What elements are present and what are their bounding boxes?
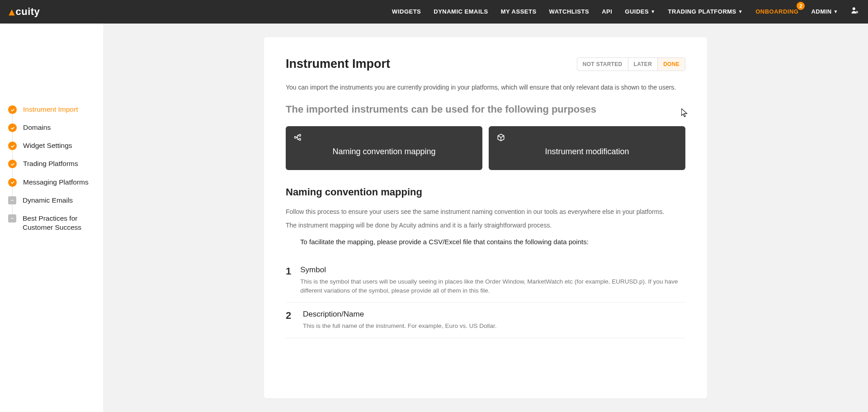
svg-rect-6 xyxy=(299,138,301,140)
datapoint-row-symbol: 1 Symbol This is the symbol that users w… xyxy=(286,258,685,303)
section-paragraph-1: Follow this process to ensure your users… xyxy=(286,208,685,215)
status-done[interactable]: DONE xyxy=(658,58,685,71)
sidebar-item-label: Best Practices for Customer Success xyxy=(23,214,96,232)
sidebar-item-best-practices[interactable]: Best Practices for Customer Success xyxy=(8,209,96,237)
content-card: Instrument Import NOT STARTED LATER DONE… xyxy=(264,37,707,398)
nav-guides[interactable]: GUIDES▼ xyxy=(625,8,655,15)
nav-widgets[interactable]: WIDGETS xyxy=(392,8,421,15)
status-later[interactable]: LATER xyxy=(628,58,658,71)
nav-my-assets[interactable]: MY ASSETS xyxy=(501,8,537,15)
nav-dynamic-emails[interactable]: DYNAMIC EMAILS xyxy=(434,8,488,15)
sidebar-item-messaging-platforms[interactable]: Messaging Platforms xyxy=(8,173,96,191)
intro-paragraph: You can import the instruments you are c… xyxy=(286,84,685,91)
check-icon xyxy=(8,160,17,168)
user-settings-icon[interactable] xyxy=(851,6,859,17)
section-paragraph-2: The instrument mapping will be done by A… xyxy=(286,222,685,229)
sidebar-item-label: Instrument Import xyxy=(23,105,78,114)
svg-rect-5 xyxy=(299,134,301,136)
sitemap-icon xyxy=(294,133,302,143)
top-nav-bar: ▴cuity WIDGETS DYNAMIC EMAILS MY ASSETS … xyxy=(0,0,868,24)
sidebar-item-label: Trading Platforms xyxy=(23,159,78,168)
sidebar-item-domains[interactable]: Domains xyxy=(8,118,96,137)
page-title: Instrument Import xyxy=(286,57,390,71)
csv-instruction: To facilitate the mapping, please provid… xyxy=(300,238,685,246)
brand-logo[interactable]: ▴cuity xyxy=(9,5,40,18)
tile-instrument-modification[interactable]: Instrument modification xyxy=(489,126,685,170)
sidebar-item-label: Messaging Platforms xyxy=(23,178,89,187)
chevron-down-icon: ▼ xyxy=(834,9,838,14)
datapoint-number: 2 xyxy=(286,310,294,331)
tile-naming-convention[interactable]: Naming convention mapping xyxy=(286,126,482,170)
svg-point-0 xyxy=(853,7,855,10)
sidebar-item-widget-settings[interactable]: Widget Settings xyxy=(8,137,96,155)
onboarding-badge: 2 xyxy=(797,2,805,10)
check-icon xyxy=(8,123,17,132)
brand-name: cuity xyxy=(16,6,40,18)
main-nav: WIDGETS DYNAMIC EMAILS MY ASSETS WATCHLI… xyxy=(392,6,859,17)
main-content: Instrument Import NOT STARTED LATER DONE… xyxy=(103,24,868,412)
chevron-down-icon: ▼ xyxy=(738,9,743,14)
sidebar-item-label: Widget Settings xyxy=(23,141,72,150)
sidebar-item-instrument-import[interactable]: Instrument Import xyxy=(8,100,96,118)
nav-api[interactable]: API xyxy=(602,8,612,15)
sidebar-item-dynamic-emails[interactable]: Dynamic Emails xyxy=(8,191,96,209)
nav-watchlists[interactable]: WATCHLISTS xyxy=(549,8,590,15)
svg-point-1 xyxy=(856,11,858,13)
minus-icon xyxy=(8,214,16,223)
sidebar-item-trading-platforms[interactable]: Trading Platforms xyxy=(8,155,96,173)
tile-title: Instrument modification xyxy=(498,147,676,156)
section-title: Naming convention mapping xyxy=(286,186,685,198)
purposes-heading: The imported instruments can be used for… xyxy=(286,104,685,115)
nav-trading-platforms[interactable]: TRADING PLATFORMS▼ xyxy=(668,8,743,15)
status-not-started[interactable]: NOT STARTED xyxy=(577,58,628,71)
check-icon xyxy=(8,105,17,114)
check-icon xyxy=(8,178,17,187)
status-segmented-control: NOT STARTED LATER DONE xyxy=(577,57,685,71)
cube-icon xyxy=(497,133,505,143)
datapoint-description: This is the symbol that users will be us… xyxy=(300,277,685,295)
datapoint-row-description: 2 Description/Name This is the full name… xyxy=(286,303,685,338)
svg-rect-4 xyxy=(295,137,297,138)
datapoint-title: Symbol xyxy=(300,265,685,275)
nav-onboarding[interactable]: ONBOARDING 2 xyxy=(755,8,798,15)
tile-title: Naming convention mapping xyxy=(295,147,473,156)
onboarding-steps-sidebar: Instrument Import Domains Widget Setting… xyxy=(0,24,103,412)
sidebar-item-label: Domains xyxy=(23,123,51,132)
datapoint-number: 1 xyxy=(286,265,291,295)
logo-mark-icon: ▴ xyxy=(9,5,15,18)
sidebar-item-label: Dynamic Emails xyxy=(23,196,73,205)
datapoint-title: Description/Name xyxy=(303,310,496,319)
datapoint-description: This is the full name of the instrument.… xyxy=(303,322,496,331)
check-icon xyxy=(8,142,17,150)
nav-admin[interactable]: ADMIN▼ xyxy=(811,8,838,15)
minus-icon xyxy=(8,196,16,204)
chevron-down-icon: ▼ xyxy=(651,9,655,14)
